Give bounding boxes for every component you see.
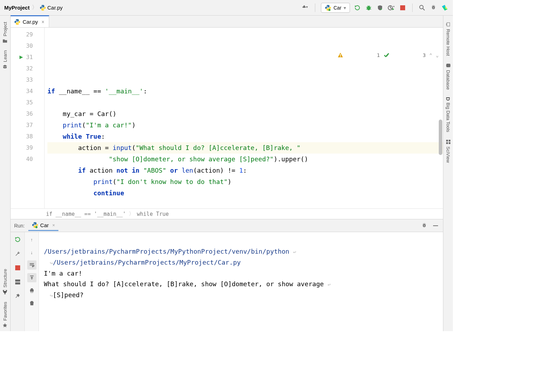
sidebar-item-structure[interactable]: Structure [2,265,8,298]
code-line[interactable]: if __name__ == '__main__': [47,86,443,97]
chevron-up-icon[interactable]: ⌃ [429,50,432,61]
line-number[interactable]: 30 [11,40,41,52]
console-path-2: /Users/jetbrains/PycharmProjects/MyProje… [53,259,241,266]
search-icon[interactable] [418,4,426,12]
console-line: What should I do? [A]ccelerate, [B]rake,… [44,280,328,288]
wrap-indicator-icon: ↪ [44,293,53,298]
code-editor[interactable]: 293031323334353637383940 if __name__ == … [11,28,443,208]
code-line[interactable]: print("I'm a car!") [47,120,443,131]
inspection-widget[interactable]: 1 3 ⌃ ⌄ [338,30,439,81]
run-button[interactable] [353,4,361,12]
breadcrumb-scope-b[interactable]: while True [137,211,169,217]
trash-icon[interactable] [27,299,36,308]
code-line[interactable]: continue [47,188,443,199]
sidebar-item-project[interactable]: Project [2,18,8,47]
sidebar-item-favorites[interactable]: Favorites [2,298,8,331]
svg-rect-13 [5,293,6,294]
line-number[interactable]: 40 [11,154,41,165]
svg-rect-11 [3,290,5,292]
console-path-1: /Users/jetbrains/PycharmProjects/MyPytho… [44,248,293,255]
layout-icon[interactable] [13,277,22,287]
down-icon[interactable]: ↓ [27,248,36,257]
line-number[interactable]: 36 [11,108,41,120]
hide-panel-icon[interactable] [432,222,439,230]
run-tab-car[interactable]: Car × [28,220,59,231]
sidebar-label-database: Database [445,70,451,90]
sidebar-label-favorites: Favorites [2,302,8,321]
run-coverage-button[interactable] [376,4,384,12]
wrench-icon[interactable] [13,249,22,258]
line-number[interactable]: 34 [11,86,41,97]
print-icon[interactable] [27,286,36,295]
svg-rect-22 [30,289,34,292]
console-output[interactable]: /Users/jetbrains/PycharmProjects/MyPytho… [39,232,443,331]
rerun-button[interactable] [13,235,22,244]
editor-gutter[interactable]: 293031323334353637383940 [11,28,45,208]
stop-run-button[interactable] [13,263,22,272]
editor-tabbar: Car.py × [11,16,443,28]
star-icon [3,323,8,328]
chevron-right-icon: 〉 [129,211,134,217]
profile-button[interactable]: ▾ [387,4,395,12]
breadcrumb-file[interactable]: Car.py [40,5,63,11]
debug-button[interactable] [365,4,373,12]
add-config-icon[interactable]: ▾ [301,4,309,12]
pin-icon[interactable] [13,292,22,301]
editor-scrollbar[interactable] [438,28,443,208]
scroll-to-end-icon[interactable] [27,273,36,282]
code-line[interactable]: print("I don't know how to do that") [47,176,443,188]
line-number[interactable]: 35 [11,97,41,108]
run-tab-label: Car [40,222,49,228]
settings-icon[interactable] [430,4,437,12]
structure-icon [3,290,8,295]
svg-text:▾: ▾ [393,5,395,8]
line-number[interactable]: 33 [11,74,41,86]
right-tool-rail: Remote Host Database D Big Data Tools Sc… [443,16,453,331]
line-number[interactable]: 31 [11,52,41,63]
line-number[interactable]: 39 [11,142,41,154]
sidebar-label-learn: Learn [2,50,8,62]
chevron-down-icon: ▾ [344,5,346,11]
svg-rect-25 [447,23,450,26]
close-run-tab-icon[interactable]: × [52,223,55,228]
run-gutter-icon[interactable] [19,55,23,59]
sidebar-item-bigdata[interactable]: D Big Data Tools [444,93,452,136]
warning-count: 1 [377,50,380,61]
code-line[interactable]: action = input("What should I do? [A]cce… [47,142,443,154]
breadcrumb-scope-a[interactable]: if __name__ == '__main__' [46,211,126,217]
sidebar-label-bigdata: Big Data Tools [445,103,451,132]
code-line[interactable]: my_car = Car() [47,108,443,120]
line-number[interactable]: 29 [11,29,41,40]
chevron-right-icon: 〉 [32,4,38,11]
sidebar-item-sciview[interactable]: SciView [445,136,451,166]
python-file-icon [14,19,21,25]
run-settings-icon[interactable] [420,222,428,230]
code-line[interactable]: while True: [47,131,443,142]
svg-rect-14 [340,54,341,56]
line-number[interactable]: 37 [11,120,41,131]
run-config-label: Car [333,5,341,11]
line-number[interactable]: 32 [11,63,41,74]
breadcrumb-project[interactable]: MyProject [4,5,30,11]
svg-point-1 [44,10,44,10]
line-number[interactable]: 38 [11,131,41,142]
jetbrains-icon[interactable] [441,4,449,12]
sidebar-item-learn[interactable]: Learn [2,47,8,73]
sidebar-item-database[interactable]: Database [445,59,451,93]
soft-wrap-icon[interactable] [27,260,36,270]
run-config-selector[interactable]: Car ▾ [321,3,350,13]
close-tab-icon[interactable]: × [41,19,44,25]
sidebar-item-remote-host[interactable]: Remote Host [445,18,451,59]
editor-tab-car[interactable]: Car.py × [11,15,49,27]
code-line[interactable] [47,97,443,108]
stop-button[interactable] [399,4,407,12]
up-icon[interactable]: ↑ [27,235,36,244]
console-line: I'm a car! [44,270,82,277]
svg-rect-19 [15,265,20,270]
code-line[interactable]: if action not in "ABOS" or len(action) !… [47,165,443,176]
code-line[interactable]: "show [O]dometer, or show average [S]pee… [47,154,443,165]
svg-rect-15 [340,56,341,57]
console-line: [S]peed? [53,291,84,299]
editor-code-area[interactable]: if __name__ == '__main__': my_car = Car(… [45,28,443,208]
folder-icon [3,38,8,43]
